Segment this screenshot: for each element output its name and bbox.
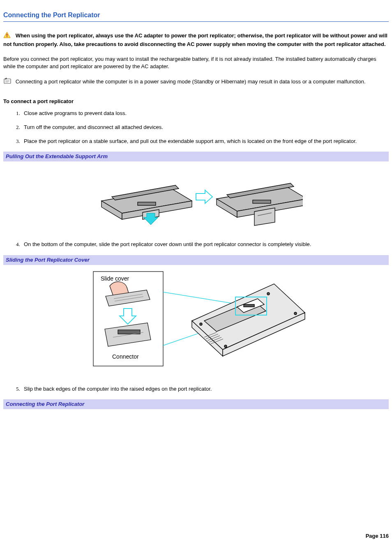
svg-point-46	[294, 312, 297, 315]
figure2: Slide cover Connector	[3, 267, 389, 376]
svg-marker-14	[196, 190, 212, 203]
step-4: On the bottom of the computer, slide the…	[21, 241, 389, 248]
svg-point-45	[267, 292, 270, 295]
warning-icon	[3, 32, 11, 40]
procedure-heading: To connect a port replicator	[3, 98, 389, 105]
fig2-connector-label: Connector	[112, 353, 139, 360]
svg-rect-22	[93, 272, 163, 366]
svg-rect-3	[4, 79, 11, 83]
figure2-caption: Sliding the Port Replicator Cover	[3, 255, 389, 265]
svg-point-47	[224, 345, 227, 348]
note-text: Connecting a port replicator while the c…	[16, 78, 366, 85]
fig2-slide-label: Slide cover	[101, 275, 129, 282]
svg-rect-11	[138, 202, 156, 205]
svg-rect-42	[244, 304, 254, 307]
step-5-text: Slip the back edges of the computer into…	[24, 386, 212, 392]
svg-rect-2	[7, 36, 7, 37]
steps-list-cont2: Slip the back edges of the computer into…	[3, 385, 389, 393]
step-3: Place the port replicator on a stable su…	[21, 138, 389, 145]
note-icon	[3, 78, 12, 86]
svg-rect-19	[253, 200, 271, 203]
step-3-text: Place the port replicator on a stable su…	[24, 138, 357, 144]
step-2-text: Turn off the computer, and disconnect al…	[24, 124, 163, 130]
svg-point-44	[200, 323, 202, 325]
figure3-caption: Connecting the Port Replicator	[3, 399, 389, 409]
page-title: Connecting the Port Replicator	[3, 11, 389, 20]
steps-list: Close active programs to prevent data lo…	[3, 110, 389, 145]
step-4-text: On the bottom of the computer, slide the…	[24, 241, 311, 247]
figure1	[3, 164, 389, 232]
figure1-caption: Pulling Out the Extendable Support Arm	[3, 152, 389, 161]
page-footer: Page 116	[3, 532, 389, 540]
step-1: Close active programs to prevent data lo…	[21, 110, 389, 117]
step-2: Turn off the computer, and disconnect al…	[21, 124, 389, 131]
note-paragraph: Connecting a port replicator while the c…	[3, 78, 389, 86]
steps-list-cont1: On the bottom of the computer, slide the…	[3, 241, 389, 248]
warning-paragraph: When using the port replicator, always u…	[3, 32, 389, 48]
intro-paragraph: Before you connect the port replicator, …	[3, 55, 389, 70]
svg-marker-27	[105, 323, 151, 346]
title-rule	[3, 21, 389, 22]
warning-text: When using the port replicator, always u…	[3, 32, 387, 47]
step-5: Slip the back edges of the computer into…	[21, 385, 389, 393]
svg-rect-1	[7, 34, 7, 36]
step-1-text: Close active programs to prevent data lo…	[24, 110, 127, 116]
svg-marker-26	[120, 309, 136, 324]
